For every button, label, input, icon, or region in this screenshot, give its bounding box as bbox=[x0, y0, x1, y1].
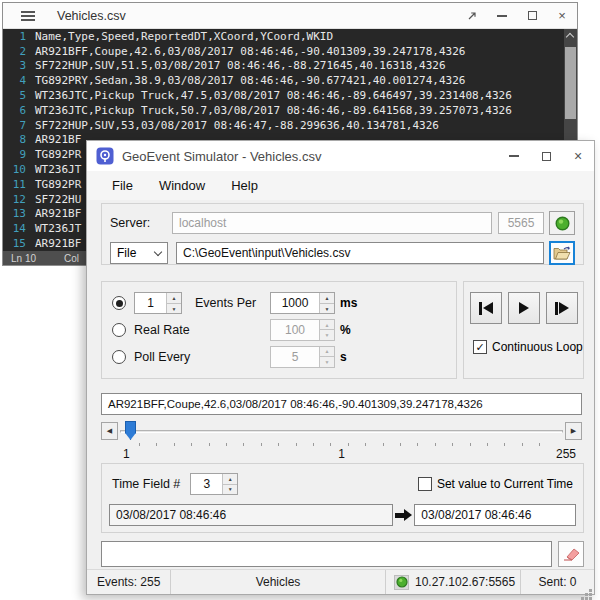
feed-name-status: Vehicles bbox=[171, 570, 386, 594]
statusbar: Events: 255 Vehicles 10.27.102.67:5565 S… bbox=[87, 569, 594, 594]
step-icon bbox=[555, 302, 558, 315]
play-button[interactable] bbox=[508, 292, 540, 324]
connect-button[interactable] bbox=[549, 211, 575, 235]
code-line: 1Name,Type,Speed,ReportedDT,XCoord,YCoor… bbox=[3, 29, 577, 44]
set-current-time-checkbox[interactable] bbox=[418, 477, 432, 491]
time-field-group: Time Field # 3 ▲▼ Set value to Current T… bbox=[101, 463, 584, 533]
simulator-window: GeoEvent Simulator - Vehicles.csv × File… bbox=[86, 140, 595, 595]
code-line: 7SF722HUP,SUV,53,03/08/2017 08:46:47,-88… bbox=[3, 118, 577, 133]
menu-window[interactable]: Window bbox=[146, 174, 218, 197]
interval-spinner[interactable]: 1000 ▲▼ bbox=[270, 292, 335, 314]
server-port-input[interactable]: 5565 bbox=[498, 212, 544, 234]
events-count-spinner[interactable]: 1 ▲▼ bbox=[134, 292, 182, 314]
event-preview-input[interactable]: AR921BFF,Coupe,42.6,03/08/2017 08:46:46,… bbox=[101, 393, 582, 415]
line-number: 9 bbox=[3, 148, 35, 161]
source-type-select[interactable]: File bbox=[110, 242, 168, 264]
minimize-button[interactable] bbox=[487, 3, 517, 28]
slider-mid-label: 1 bbox=[338, 447, 345, 461]
spin-down-icon[interactable]: ▼ bbox=[167, 303, 181, 314]
real-rate-value: 100 bbox=[271, 320, 319, 340]
desktop: Vehicles.csv × 1Name,Type,Speed,Reported… bbox=[0, 0, 600, 600]
spin-up-icon[interactable]: ▲ bbox=[167, 293, 181, 303]
maximize-icon bbox=[542, 152, 551, 161]
spin-down-icon[interactable]: ▼ bbox=[223, 484, 237, 495]
events-per-radio[interactable] bbox=[112, 296, 126, 310]
slider-thumb[interactable] bbox=[125, 421, 136, 440]
set-current-time-label: Set value to Current Time bbox=[437, 477, 573, 491]
editor-title: Vehicles.csv bbox=[57, 9, 126, 23]
source-type-value: File bbox=[117, 246, 136, 260]
time-to-input[interactable]: 03/08/2017 08:46:46 bbox=[414, 504, 576, 526]
simulator-title: GeoEvent Simulator - Vehicles.csv bbox=[122, 149, 321, 164]
time-field-value: 3 bbox=[191, 474, 222, 494]
real-rate-radio[interactable] bbox=[112, 323, 126, 337]
spin-down-icon: ▼ bbox=[320, 356, 334, 367]
line-text: SF722HUP,SUV,51.5,03/08/2017 08:46:46,-8… bbox=[35, 59, 446, 72]
rewind-icon bbox=[479, 302, 482, 315]
poll-value: 5 bbox=[271, 347, 319, 367]
spin-up-icon: ▲ bbox=[320, 347, 334, 357]
close-button[interactable]: × bbox=[547, 3, 577, 28]
line-text: AR921BF bbox=[35, 207, 81, 220]
time-from-input[interactable]: 03/08/2017 08:46:46 bbox=[109, 504, 393, 526]
real-rate-spinner[interactable]: 100 ▲▼ bbox=[270, 319, 335, 341]
spin-up-icon[interactable]: ▲ bbox=[320, 293, 334, 303]
poll-every-label: Poll Every bbox=[134, 350, 190, 364]
spin-down-icon[interactable]: ▼ bbox=[320, 303, 334, 314]
line-number: 5 bbox=[3, 89, 35, 102]
endpoint-status: 10.27.102.67:5565 bbox=[415, 575, 515, 589]
step-icon bbox=[559, 302, 569, 314]
spin-up-icon[interactable]: ▲ bbox=[223, 474, 237, 484]
rewind-button[interactable] bbox=[470, 292, 502, 324]
interval-unit: ms bbox=[340, 296, 357, 310]
line-number: 7 bbox=[3, 119, 35, 132]
line-text: AR921BF bbox=[35, 237, 81, 250]
expand-icon[interactable] bbox=[457, 3, 487, 28]
poll-spinner[interactable]: 5 ▲▼ bbox=[270, 346, 335, 368]
maximize-button[interactable] bbox=[517, 3, 547, 28]
slider-labels: 1 1 255 bbox=[101, 447, 582, 461]
line-number: 6 bbox=[3, 104, 35, 117]
maximize-button[interactable] bbox=[530, 141, 562, 171]
minimize-button[interactable] bbox=[498, 141, 530, 171]
arrow-right-icon bbox=[395, 509, 412, 521]
slider-track[interactable] bbox=[120, 430, 563, 433]
line-number: 12 bbox=[3, 193, 35, 206]
menu-help[interactable]: Help bbox=[218, 174, 271, 197]
line-text: AR921BF bbox=[35, 133, 81, 146]
poll-every-radio[interactable] bbox=[112, 350, 126, 364]
line-indicator: Ln 10 bbox=[11, 253, 36, 264]
server-host-input[interactable]: localhost bbox=[172, 212, 492, 234]
step-button[interactable] bbox=[546, 292, 578, 324]
menu-file[interactable]: File bbox=[99, 174, 146, 197]
time-field-spinner[interactable]: 3 ▲▼ bbox=[190, 473, 238, 495]
log-output-input[interactable] bbox=[101, 541, 552, 567]
scrollbar-thumb[interactable] bbox=[565, 47, 576, 119]
line-text: TG892PR bbox=[35, 178, 81, 191]
hamburger-menu-icon[interactable] bbox=[21, 11, 35, 21]
event-slider[interactable]: ◀ ▶ bbox=[101, 421, 582, 441]
interval-value: 1000 bbox=[271, 293, 319, 313]
line-text: WT236JTC,Pickup Truck,50.7,03/08/2017 08… bbox=[35, 104, 512, 117]
slider-right-arrow[interactable]: ▶ bbox=[565, 422, 582, 440]
resize-grip[interactable] bbox=[589, 589, 592, 592]
line-text: WT236JTC,Pickup Truck,47.5,03/08/2017 08… bbox=[35, 89, 512, 102]
scroll-up-icon[interactable] bbox=[566, 33, 574, 41]
playback-group: ✓ Continuous Loop bbox=[463, 281, 584, 379]
browse-button[interactable] bbox=[549, 241, 575, 265]
line-text: TG892PRY,Sedan,38.9,03/08/2017 08:46:46,… bbox=[35, 74, 465, 87]
file-path-input[interactable]: C:\GeoEvent\input\Vehicles.csv bbox=[176, 242, 544, 264]
code-line: 5WT236JTC,Pickup Truck,47.5,03/08/2017 0… bbox=[3, 88, 577, 103]
continuous-loop-label: Continuous Loop bbox=[492, 340, 583, 354]
sent-count-status: Sent: 0 bbox=[521, 570, 594, 594]
slider-min-label: 1 bbox=[123, 447, 130, 461]
code-line: 2AR921BFF,Coupe,42.6,03/08/2017 08:46:46… bbox=[3, 44, 577, 59]
slider-left-arrow[interactable]: ◀ bbox=[101, 422, 118, 440]
slider-max-label: 255 bbox=[556, 447, 576, 461]
clear-log-button[interactable] bbox=[558, 541, 584, 567]
line-text: AR921BFF,Coupe,42.6,03/08/2017 08:46:46,… bbox=[35, 45, 465, 58]
line-number: 8 bbox=[3, 133, 35, 146]
close-button[interactable]: × bbox=[562, 141, 594, 171]
continuous-loop-checkbox[interactable]: ✓ bbox=[473, 340, 487, 354]
line-text: WT236JT bbox=[35, 222, 81, 235]
